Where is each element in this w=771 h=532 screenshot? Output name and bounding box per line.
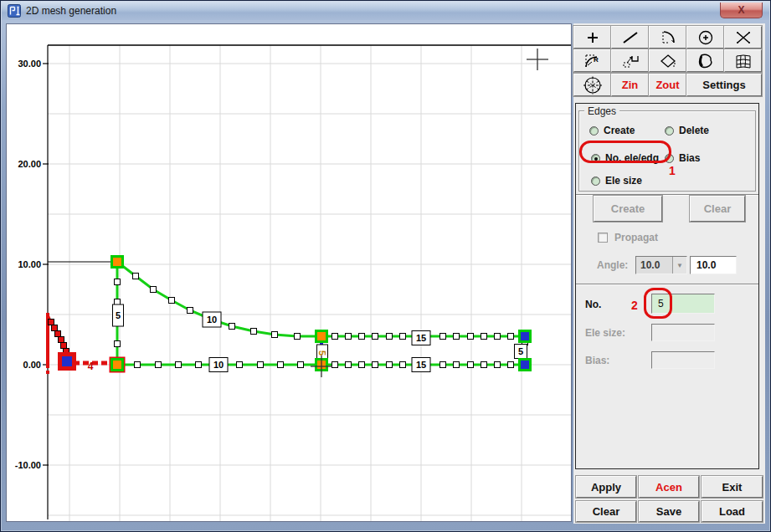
settings-button[interactable]: Settings <box>686 74 762 96</box>
radio-ele-size[interactable]: Ele size <box>591 175 642 187</box>
save-button[interactable]: Save <box>639 501 699 522</box>
angle-input[interactable]: 10.0 <box>690 256 737 274</box>
svg-text:15: 15 <box>416 333 426 343</box>
annotation-layer: 4 <box>88 49 548 377</box>
create-edge-button[interactable]: Create <box>594 196 662 222</box>
svg-text:20.00: 20.00 <box>18 159 41 169</box>
edges-group-title: Edges <box>584 105 619 117</box>
mesh-canvas[interactable]: 30.0020.0010.000.00-10.00510101515554 <box>6 23 572 522</box>
fillet-tool-button[interactable]: R <box>573 49 611 72</box>
annotation-step-2: 2 <box>631 299 638 312</box>
save-label: Save <box>656 505 681 518</box>
propagat-checkbox[interactable] <box>598 233 608 243</box>
svg-text:30.00: 30.00 <box>18 59 41 69</box>
angle-combo-value: 10.0 <box>636 259 672 271</box>
bias-label: Bias: <box>585 355 609 366</box>
mesh-plot[interactable]: 30.0020.0010.000.00-10.00510101515554 <box>7 24 571 521</box>
settings-label: Settings <box>702 79 745 91</box>
acen-button[interactable]: Acen <box>639 476 699 498</box>
apply-button[interactable]: Apply <box>576 476 636 498</box>
titlebar: 2D mesh generation X <box>2 2 769 20</box>
svg-text:10: 10 <box>213 360 224 370</box>
radio-delete[interactable]: Delete <box>665 125 709 136</box>
bias-input[interactable] <box>651 351 715 369</box>
angle-combo[interactable]: 10.0 ▼ <box>635 256 687 274</box>
radio-delete-circle[interactable] <box>665 126 674 136</box>
app-logo-icon <box>8 4 21 18</box>
rotate-tool-button[interactable] <box>649 49 686 72</box>
exit-button[interactable]: Exit <box>702 476 763 498</box>
surface-icon <box>696 53 716 69</box>
zoom-in-button[interactable]: Zin <box>611 74 649 96</box>
window-title: 2D mesh generation <box>26 5 116 17</box>
radio-create-label: Create <box>604 125 635 136</box>
extend-tool-button[interactable] <box>611 49 649 72</box>
svg-text:5: 5 <box>518 346 523 356</box>
extend-icon <box>620 53 640 69</box>
close-icon: X <box>738 5 744 15</box>
annotation-oval-1 <box>579 141 671 163</box>
control-panel: R <box>573 23 765 524</box>
apply-label: Apply <box>591 481 621 494</box>
delete-tool-button[interactable] <box>724 26 762 49</box>
app-window: 2D mesh generation X 30.0020.0010.000.00… <box>0 0 771 532</box>
mesh-node[interactable] <box>112 257 123 268</box>
view-tool-button[interactable] <box>573 74 611 96</box>
propagat-label: Propagat <box>614 232 658 243</box>
zoom-out-label: Zout <box>655 79 679 91</box>
zoom-out-button[interactable]: Zout <box>649 74 686 96</box>
mesh-node[interactable] <box>112 360 123 371</box>
svg-text:15: 15 <box>416 360 426 370</box>
dropdown-arrow-icon[interactable]: ▼ <box>672 257 686 274</box>
circle-center-icon <box>696 29 716 46</box>
grid-layer <box>48 45 571 521</box>
mesh-tool-button[interactable] <box>724 49 762 72</box>
clear-edge-label: Clear <box>704 202 732 215</box>
svg-text:R: R <box>594 56 599 64</box>
crosshair-cursor <box>311 356 332 377</box>
arc-icon <box>658 29 678 46</box>
mesh-node[interactable] <box>520 360 531 371</box>
arc-tool-button[interactable] <box>649 26 686 49</box>
clear-edge-button[interactable]: Clear <box>690 196 745 222</box>
no-label: No. <box>585 299 601 310</box>
angle-input-value: 10.0 <box>696 259 716 271</box>
radio-bias-label: Bias <box>679 152 700 164</box>
svg-text:10.00: 10.00 <box>18 259 41 269</box>
svg-text:10: 10 <box>207 315 217 325</box>
ele-size-input[interactable] <box>651 324 715 341</box>
svg-text:0.00: 0.00 <box>23 360 41 370</box>
zoom-in-label: Zin <box>622 79 639 91</box>
load-label: Load <box>719 505 745 518</box>
point-tool-button[interactable] <box>573 26 611 49</box>
globe-view-icon <box>582 76 604 95</box>
svg-text:4: 4 <box>88 361 94 372</box>
angle-label: Angle: <box>597 259 628 271</box>
exit-label: Exit <box>722 481 743 494</box>
radio-ele-size-circle[interactable] <box>591 176 600 186</box>
svg-text:-10.00: -10.00 <box>15 460 41 470</box>
point-icon <box>583 29 602 46</box>
radio-create-circle[interactable] <box>589 126 599 136</box>
svg-text:5: 5 <box>116 310 121 320</box>
fillet-radius-icon: R <box>583 53 603 69</box>
line-tool-button[interactable] <box>611 26 649 49</box>
close-button[interactable]: X <box>720 3 763 18</box>
circle-tool-button[interactable] <box>686 26 724 49</box>
surface-tool-button[interactable] <box>686 49 724 72</box>
mesh-icon <box>733 53 753 69</box>
clear-label: Clear <box>593 505 620 518</box>
annotation-oval-2 <box>644 288 672 319</box>
mesh-node[interactable] <box>60 355 75 369</box>
mesh-node[interactable] <box>520 331 531 342</box>
delete-cross-icon <box>733 29 753 46</box>
crosshair-cursor <box>527 49 548 70</box>
load-button[interactable]: Load <box>702 501 763 522</box>
radio-create[interactable]: Create <box>589 125 635 136</box>
mesh-node[interactable] <box>316 331 327 342</box>
line-icon <box>620 29 640 46</box>
ele-size-label: Ele size: <box>585 327 625 339</box>
radio-delete-label: Delete <box>679 125 709 136</box>
clear-button[interactable]: Clear <box>576 501 636 522</box>
rotate-diamond-icon <box>658 53 678 69</box>
